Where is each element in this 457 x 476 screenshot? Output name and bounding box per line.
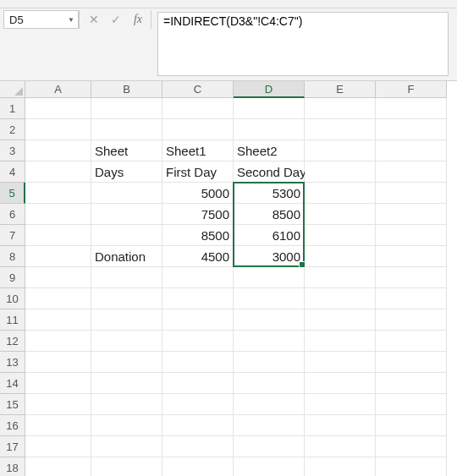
cell[interactable]: [162, 457, 234, 476]
cell[interactable]: [305, 204, 376, 225]
row-header[interactable]: 9: [0, 267, 25, 288]
row-header[interactable]: 17: [0, 436, 25, 457]
fx-icon[interactable]: fx: [128, 10, 148, 29]
cell[interactable]: [305, 373, 376, 394]
cell[interactable]: [234, 267, 305, 288]
cell[interactable]: [25, 394, 91, 415]
cell[interactable]: [162, 436, 234, 457]
cell[interactable]: [25, 98, 91, 119]
row-header[interactable]: 14: [0, 373, 25, 394]
cell[interactable]: [25, 373, 91, 394]
row-header[interactable]: 2: [0, 119, 25, 140]
row-header[interactable]: 15: [0, 394, 25, 415]
cell[interactable]: [91, 373, 162, 394]
cell[interactable]: [376, 436, 447, 457]
cancel-icon[interactable]: ✕: [84, 10, 104, 29]
cell[interactable]: [305, 436, 376, 457]
cell[interactable]: [305, 352, 376, 373]
row-header[interactable]: 1: [0, 98, 25, 119]
cell[interactable]: [91, 204, 162, 225]
cell[interactable]: [305, 161, 376, 183]
cell[interactable]: [234, 331, 305, 352]
cell[interactable]: [25, 331, 91, 352]
row-header[interactable]: 16: [0, 415, 25, 436]
cell[interactable]: [376, 394, 447, 415]
cell[interactable]: 5300: [234, 183, 305, 204]
cell[interactable]: Days: [91, 161, 162, 183]
cell[interactable]: 7500: [162, 204, 234, 225]
cell[interactable]: [25, 436, 91, 457]
cell[interactable]: [376, 352, 447, 373]
cell[interactable]: [305, 246, 376, 267]
cell[interactable]: [91, 225, 162, 246]
cell[interactable]: [234, 415, 305, 436]
cell[interactable]: [25, 140, 91, 161]
cell[interactable]: [376, 267, 447, 288]
cell[interactable]: 8500: [234, 204, 305, 225]
cell[interactable]: [305, 140, 376, 161]
cell[interactable]: [234, 98, 305, 119]
cell[interactable]: [25, 119, 91, 140]
cell[interactable]: [91, 436, 162, 457]
cell[interactable]: [234, 394, 305, 415]
cell[interactable]: [91, 119, 162, 140]
cell[interactable]: 3000: [234, 246, 305, 267]
cell[interactable]: [234, 119, 305, 140]
cell[interactable]: [91, 309, 162, 331]
row-header[interactable]: 10: [0, 288, 25, 309]
cell[interactable]: [91, 98, 162, 119]
row-header[interactable]: 12: [0, 331, 25, 352]
cell[interactable]: Sheet1: [162, 140, 234, 161]
cell[interactable]: [376, 119, 447, 140]
cell[interactable]: [162, 267, 234, 288]
row-header[interactable]: 3: [0, 140, 25, 161]
cell[interactable]: [25, 352, 91, 373]
cell[interactable]: [162, 331, 234, 352]
cell[interactable]: [376, 98, 447, 119]
cell[interactable]: [25, 183, 91, 204]
cell[interactable]: [162, 309, 234, 331]
cell[interactable]: [91, 331, 162, 352]
cell[interactable]: [91, 288, 162, 309]
cell[interactable]: [91, 267, 162, 288]
cell[interactable]: [91, 457, 162, 476]
cell[interactable]: [305, 183, 376, 204]
cell[interactable]: Sheet: [91, 140, 162, 161]
cell[interactable]: [234, 373, 305, 394]
column-header[interactable]: C: [162, 81, 234, 98]
column-headers[interactable]: ABCDEF: [25, 81, 447, 98]
cell[interactable]: [25, 246, 91, 267]
cell[interactable]: [305, 457, 376, 476]
row-headers[interactable]: 123456789101112131415161718: [0, 98, 25, 476]
cell[interactable]: [234, 436, 305, 457]
cell[interactable]: [162, 288, 234, 309]
cell[interactable]: [25, 288, 91, 309]
row-header[interactable]: 7: [0, 225, 25, 246]
column-header[interactable]: F: [376, 81, 447, 98]
cell[interactable]: [376, 161, 447, 183]
chevron-down-icon[interactable]: ▼: [68, 16, 74, 24]
column-header[interactable]: D: [234, 81, 305, 98]
cell[interactable]: 5000: [162, 183, 234, 204]
cell[interactable]: [376, 373, 447, 394]
cell[interactable]: [376, 457, 447, 476]
cell[interactable]: [305, 225, 376, 246]
cell[interactable]: 6100: [234, 225, 305, 246]
cell[interactable]: [376, 183, 447, 204]
cell[interactable]: [25, 267, 91, 288]
cell[interactable]: [25, 225, 91, 246]
cell[interactable]: [25, 415, 91, 436]
row-header[interactable]: 8: [0, 246, 25, 267]
row-header[interactable]: 18: [0, 457, 25, 476]
cell[interactable]: [91, 394, 162, 415]
cell[interactable]: [376, 246, 447, 267]
cell[interactable]: [376, 140, 447, 161]
cell[interactable]: [305, 309, 376, 331]
cell[interactable]: Donation: [91, 246, 162, 267]
cell[interactable]: [305, 415, 376, 436]
cell[interactable]: [25, 457, 91, 476]
cell[interactable]: [91, 415, 162, 436]
row-header[interactable]: 4: [0, 161, 25, 183]
cell[interactable]: [234, 309, 305, 331]
cell[interactable]: [305, 288, 376, 309]
